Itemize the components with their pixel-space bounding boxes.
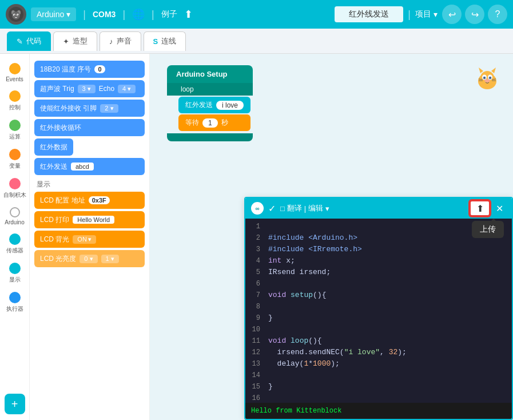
- svg-point-17: [490, 77, 491, 79]
- tab-code-label: 代码: [26, 36, 41, 46]
- logo[interactable]: [6, 4, 26, 25]
- svg-marker-10: [479, 68, 483, 73]
- tab-shape-label: 造型: [73, 36, 88, 46]
- sidebar-item-control[interactable]: 控制: [1, 87, 29, 115]
- block-ir-enable[interactable]: 使能红外接收 引脚 2 ▾: [34, 100, 145, 117]
- sidebar-item-display[interactable]: 显示: [1, 259, 29, 287]
- tab-connect[interactable]: S 连线: [144, 31, 186, 51]
- block-lcd-config[interactable]: LCD 配置 地址 0x3F: [34, 192, 145, 209]
- echo-dropdown[interactable]: 4 ▾: [118, 85, 136, 93]
- sidebar-item-actuator[interactable]: 执行器: [1, 288, 29, 316]
- block-ir-send[interactable]: 红外发送 abcd: [34, 158, 145, 175]
- svg-point-16: [484, 77, 486, 79]
- top-action-buttons: ↩ ↪ ?: [442, 5, 507, 24]
- code-panel: ∞ ✓ □ 翻译 | 编辑 ▾ ⬆ 上传: [244, 197, 513, 420]
- check-icon: ✓: [268, 203, 276, 214]
- undo-button[interactable]: ↩: [442, 5, 462, 24]
- upload-tooltip: 上传: [472, 221, 504, 238]
- display-section-label: 显示: [37, 180, 145, 189]
- com-port-button[interactable]: COM3: [93, 10, 116, 19]
- tab-shape[interactable]: ✦ 造型: [53, 31, 97, 51]
- sidebar-item-vars[interactable]: 变量: [1, 145, 29, 173]
- code-panel-title: □ 翻译 | 编辑 ▾: [280, 203, 329, 213]
- top-bar-right: 红外线发送 | 项目 ▾ ↩ ↪ ?: [335, 5, 507, 24]
- close-code-panel-button[interactable]: ✕: [492, 201, 506, 215]
- block-ir-loop[interactable]: 红外接收循环: [34, 119, 145, 136]
- upload-icon-top[interactable]: ⬆: [184, 8, 193, 21]
- trig-dropdown[interactable]: 3 ▾: [78, 85, 96, 93]
- svg-point-18: [484, 79, 490, 82]
- tab-sound-label: 声音: [117, 36, 132, 46]
- tab-code[interactable]: ✎ 代码: [7, 31, 51, 51]
- logo-icon: [7, 6, 25, 23]
- blocks-panel: 18B20 温度 序号 0 超声波 Trig 3 ▾ Echo 4 ▾ 使能红外…: [30, 54, 150, 420]
- stage-area[interactable]: Arduino Setup loop 红外发送 i love 等待 1 秒: [150, 54, 513, 420]
- arduino-logo-small: ∞: [251, 202, 264, 215]
- tabs-bar: ✎ 代码 ✦ 造型 ♪ 声音 S 连线: [0, 29, 513, 54]
- lcd-brightness-dropdown2[interactable]: 1 ▾: [101, 255, 119, 263]
- block-lcd-backlight[interactable]: LCD 背光 ON ▾: [34, 231, 145, 248]
- backlight-dropdown[interactable]: ON ▾: [73, 235, 96, 244]
- terminal-bar: Hello from Kittenblock: [245, 403, 512, 419]
- code-content: #include <Arduino.h> #include <IRremote.…: [264, 221, 512, 401]
- sidebar-item-ops[interactable]: 运算: [1, 116, 29, 144]
- stage-blocks: Arduino Setup loop 红外发送 i love 等待 1 秒: [167, 65, 253, 141]
- svg-point-7: [18, 15, 19, 16]
- block-ultrasonic[interactable]: 超声波 Trig 3 ▾ Echo 4 ▾: [34, 80, 145, 97]
- example-button[interactable]: 例子: [161, 9, 177, 19]
- sidebar-item-custom[interactable]: 自制积木: [1, 175, 29, 203]
- separator-2: |: [122, 9, 125, 21]
- block-lcd-print[interactable]: LCD 打印 Hello World: [34, 211, 145, 228]
- tab-connect-icon: S: [153, 37, 158, 46]
- separator-1: |: [83, 9, 86, 21]
- scratch-cat: [473, 65, 502, 94]
- upload-button[interactable]: ⬆: [470, 200, 490, 216]
- tab-sound[interactable]: ♪ 声音: [100, 31, 141, 51]
- project-dropdown-button[interactable]: 项目 ▾: [415, 9, 438, 19]
- block-ir-data[interactable]: 红外数据: [34, 138, 73, 156]
- tab-sound-icon: ♪: [109, 37, 113, 46]
- svg-marker-11: [491, 68, 496, 73]
- block-lcd-more[interactable]: LCD 光亮度 0 ▾ 1 ▾: [34, 250, 145, 267]
- sidebar-item-events[interactable]: Events: [1, 60, 29, 86]
- project-separator: |: [408, 9, 411, 21]
- add-blocks-button[interactable]: +: [5, 394, 25, 414]
- tab-connect-label: 连线: [161, 36, 176, 46]
- arduino-menu-button[interactable]: Arduino ▾: [31, 7, 76, 21]
- sidebar-bottom: +: [5, 394, 25, 414]
- code-editor[interactable]: 1 2 3 4 5 6 7 8 9 10 11 12 13 14 15 16: [245, 219, 512, 403]
- wait-stage-block[interactable]: 等待 1 秒: [178, 114, 250, 131]
- sidebar-item-sensor[interactable]: 传感器: [1, 230, 29, 258]
- block-18b20[interactable]: 18B20 温度 序号 0: [34, 61, 145, 78]
- globe-icon[interactable]: 🌐: [132, 8, 145, 21]
- help-button[interactable]: ?: [488, 5, 507, 24]
- top-bar: Arduino ▾ | COM3 | 🌐 | 例子 ⬆ 红外线发送 | 项目 ▾…: [0, 0, 513, 29]
- ir-pin-dropdown[interactable]: 2 ▾: [100, 104, 118, 113]
- left-sidebar: Events 控制 运算 变量 自制积木 Arduino 传感器 显示: [0, 54, 30, 420]
- svg-point-6: [14, 15, 15, 16]
- code-panel-actions: ⬆ 上传 ✕: [470, 200, 506, 216]
- tab-code-icon: ✎: [17, 37, 23, 46]
- ir-send-stage-block[interactable]: 红外发送 i love: [178, 97, 250, 113]
- line-numbers: 1 2 3 4 5 6 7 8 9 10 11 12 13 14 15 16: [245, 221, 264, 401]
- lcd-brightness-dropdown1[interactable]: 0 ▾: [79, 255, 97, 263]
- project-name-button[interactable]: 红外线发送: [335, 6, 403, 22]
- arduino-setup-block[interactable]: Arduino Setup loop 红外发送 i love 等待 1 秒: [167, 65, 253, 141]
- main-area: Events 控制 运算 变量 自制积木 Arduino 传感器 显示: [0, 54, 513, 420]
- sidebar-item-arduino[interactable]: Arduino: [1, 204, 29, 229]
- svg-point-3: [12, 11, 20, 19]
- code-panel-header: ∞ ✓ □ 翻译 | 编辑 ▾ ⬆ 上传: [245, 198, 512, 219]
- separator-3: |: [152, 9, 154, 21]
- redo-button[interactable]: ↪: [465, 5, 484, 24]
- tab-shape-icon: ✦: [63, 37, 69, 46]
